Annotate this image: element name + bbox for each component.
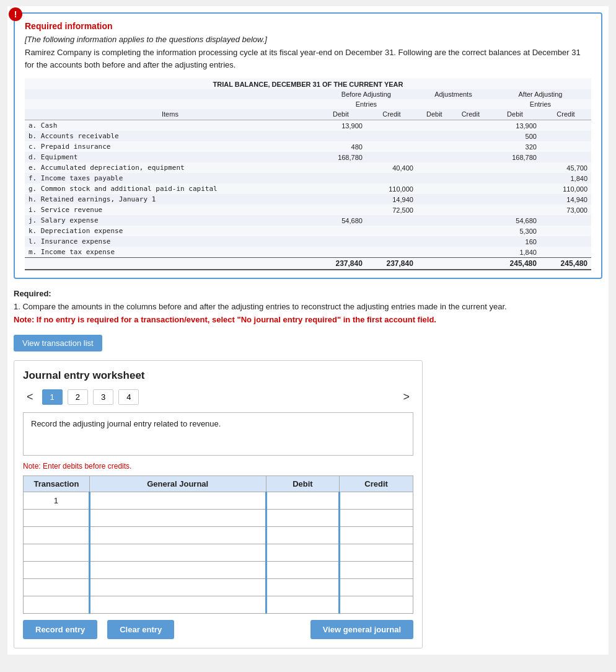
- col-after-entries: Entries: [490, 99, 591, 109]
- journal-credit-cell[interactable]: [340, 544, 413, 562]
- journal-worksheet: Journal entry worksheet < 1 2 3 4 > Reco…: [14, 360, 423, 648]
- trial-row: c. Prepaid insurance 480 320: [25, 141, 591, 152]
- th-credit1: Credit: [366, 109, 417, 120]
- th-debit2: Debit: [417, 109, 452, 120]
- trial-balance-main-header: TRIAL BALANCE, DECEMBER 31 OF THE CURREN…: [25, 78, 591, 89]
- journal-transaction-cell: [24, 579, 90, 596]
- trial-balance-table: TRIAL BALANCE, DECEMBER 31 OF THE CURREN…: [25, 78, 591, 270]
- journal-credit-cell[interactable]: [340, 579, 413, 596]
- journal-credit-input[interactable]: [343, 547, 410, 559]
- trial-balance-table-wrapper: TRIAL BALANCE, DECEMBER 31 OF THE CURREN…: [25, 78, 591, 270]
- tab-4[interactable]: 4: [118, 389, 139, 405]
- journal-account-input[interactable]: [93, 599, 263, 611]
- journal-credit-input[interactable]: [343, 599, 410, 611]
- trial-row: e. Accumulated depreciation, equipment 4…: [25, 162, 591, 173]
- th-debit3: Debit: [490, 109, 540, 120]
- journal-debit-cell[interactable]: [266, 527, 340, 544]
- tab-next-arrow[interactable]: >: [399, 389, 413, 405]
- journal-account-input[interactable]: [93, 513, 263, 524]
- journal-account-cell[interactable]: [89, 510, 266, 527]
- info-box: ! Required information [The following in…: [14, 12, 602, 279]
- journal-credit-cell[interactable]: [340, 492, 413, 510]
- tab-3[interactable]: 3: [93, 389, 113, 405]
- journal-account-cell[interactable]: [89, 527, 266, 544]
- journal-credit-input[interactable]: [343, 565, 410, 576]
- required-note: Note: If no entry is required for a tran…: [14, 314, 602, 327]
- journal-credit-input[interactable]: [343, 513, 410, 524]
- journal-credit-input[interactable]: [343, 530, 410, 541]
- record-entry-button[interactable]: Record entry: [23, 620, 97, 639]
- col-items-header: [25, 89, 315, 99]
- journal-row: [24, 527, 413, 544]
- journal-title: Journal entry worksheet: [23, 369, 413, 382]
- italic-description: [The following information applies to th…: [25, 35, 591, 44]
- th-general-journal: General Journal: [89, 476, 266, 492]
- trial-row: k. Depreciation expense 5,300: [25, 226, 591, 236]
- th-credit: Credit: [340, 476, 413, 492]
- journal-debit-input[interactable]: [270, 495, 337, 506]
- journal-account-input[interactable]: [93, 530, 263, 541]
- tab-1[interactable]: 1: [42, 389, 63, 405]
- journal-debit-input[interactable]: [270, 530, 337, 541]
- clear-entry-button[interactable]: Clear entry: [107, 620, 174, 639]
- journal-account-cell[interactable]: [89, 596, 266, 614]
- trial-row: g. Common stock and additional paid-in c…: [25, 183, 591, 194]
- journal-transaction-cell: [24, 544, 90, 562]
- total-row: 237,840 237,840 245,480 245,480: [25, 258, 591, 270]
- trial-row: h. Retained earnings, January 1 14,940 1…: [25, 194, 591, 205]
- journal-debit-input[interactable]: [270, 582, 337, 593]
- col-before-entries: Entries: [315, 99, 417, 109]
- journal-debit-cell[interactable]: [266, 544, 340, 562]
- journal-debit-input[interactable]: [270, 599, 337, 611]
- tab-prev-arrow[interactable]: <: [23, 389, 37, 405]
- journal-debit-input[interactable]: [270, 547, 337, 559]
- view-general-journal-button[interactable]: View general journal: [310, 620, 413, 639]
- journal-account-cell[interactable]: [89, 579, 266, 596]
- th-debit1: Debit: [315, 109, 366, 120]
- journal-debit-cell[interactable]: [266, 510, 340, 527]
- required-item1: 1. Compare the amounts in the columns be…: [14, 301, 602, 314]
- journal-account-input[interactable]: [93, 547, 263, 559]
- journal-row: [24, 562, 413, 579]
- page-container: ! Required information [The following in…: [7, 6, 609, 655]
- trial-row: b. Accounts receivable 500: [25, 131, 591, 141]
- col-adj-header: Adjustments: [417, 89, 490, 99]
- required-label: Required:: [14, 288, 602, 301]
- journal-row: [24, 596, 413, 614]
- journal-debit-input[interactable]: [270, 513, 337, 524]
- journal-transaction-cell: [24, 527, 90, 544]
- journal-credit-cell[interactable]: [340, 510, 413, 527]
- trial-row: d. Equipment 168,780 168,780: [25, 152, 591, 162]
- tab-nav: < 1 2 3 4 >: [23, 389, 413, 405]
- journal-credit-input[interactable]: [343, 495, 410, 506]
- trial-row: i. Service revenue 72,500 73,000: [25, 205, 591, 215]
- description-text: Ramirez Company is completing the inform…: [25, 46, 591, 71]
- journal-credit-cell[interactable]: [340, 562, 413, 579]
- tab-2[interactable]: 2: [68, 389, 88, 405]
- trial-row: l. Insurance expense 160: [25, 236, 591, 247]
- journal-debit-input[interactable]: [270, 565, 337, 576]
- journal-account-cell[interactable]: [89, 562, 266, 579]
- journal-note: Note: Enter debits before credits.: [23, 462, 413, 471]
- journal-row: [24, 510, 413, 527]
- journal-account-input[interactable]: [93, 495, 263, 506]
- journal-account-input[interactable]: [93, 582, 263, 593]
- journal-debit-cell[interactable]: [266, 596, 340, 614]
- trial-row: a. Cash 13,900 13,900: [25, 120, 591, 131]
- journal-credit-input[interactable]: [343, 582, 410, 593]
- journal-transaction-cell: 1: [24, 492, 90, 510]
- journal-account-cell[interactable]: [89, 544, 266, 562]
- journal-debit-cell[interactable]: [266, 492, 340, 510]
- journal-debit-cell[interactable]: [266, 579, 340, 596]
- journal-debit-cell[interactable]: [266, 562, 340, 579]
- trial-row: m. Income tax expense 1,840: [25, 247, 591, 258]
- warning-icon: !: [9, 7, 22, 21]
- journal-credit-cell[interactable]: [340, 527, 413, 544]
- journal-credit-cell[interactable]: [340, 596, 413, 614]
- trial-row: j. Salary expense 54,680 54,680: [25, 215, 591, 226]
- journal-account-input[interactable]: [93, 565, 263, 576]
- journal-transaction-cell: [24, 562, 90, 579]
- view-transaction-list-button[interactable]: View transaction list: [14, 335, 102, 351]
- required-section: Required: 1. Compare the amounts in the …: [14, 288, 602, 326]
- journal-account-cell[interactable]: [89, 492, 266, 510]
